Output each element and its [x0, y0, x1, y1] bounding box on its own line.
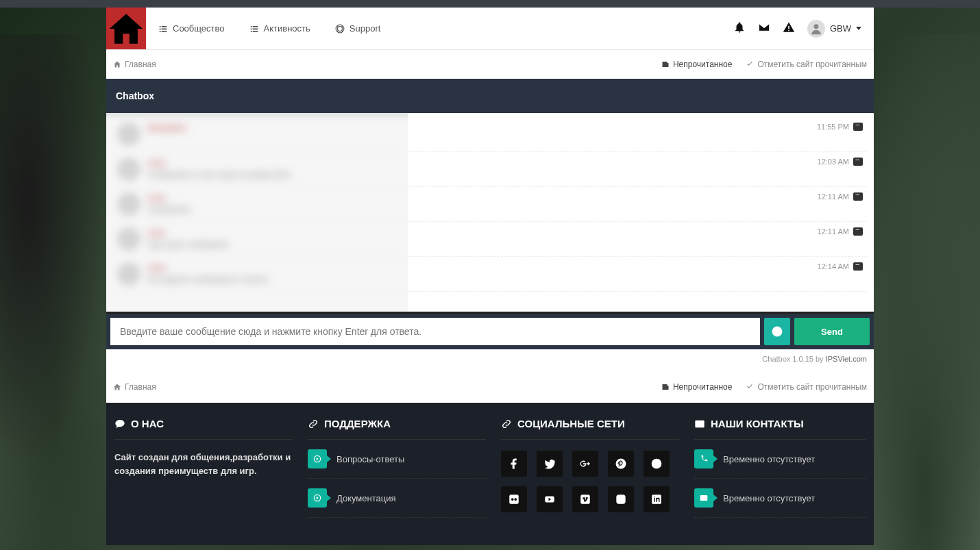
- home-button[interactable]: [106, 8, 146, 49]
- breadcrumb-home[interactable]: Главная: [113, 60, 156, 69]
- message-time: 11:55 PM: [817, 123, 863, 131]
- list-icon: [249, 24, 259, 34]
- message-author[interactable]: user: [147, 262, 811, 273]
- message-author[interactable]: user: [147, 192, 811, 203]
- message-time: 12:03 AM: [818, 158, 863, 166]
- chat-message: user последнее сообщение в списке 12:14 …: [113, 257, 867, 292]
- check-icon: [746, 60, 754, 68]
- about-text: Сайт создан для общения,разработки и соз…: [114, 440, 293, 477]
- contact-label: Временно отсутствует: [723, 493, 815, 503]
- breadcrumb-bottom: Главная Непрочитанное Отметить сайт проч…: [106, 373, 874, 401]
- message-author[interactable]: DimaHok: [147, 123, 810, 133]
- unread-link-bottom[interactable]: Непрочитанное: [661, 382, 733, 392]
- chatbox-credit: Chatbox 1.0.15 by IPSViet.com: [106, 349, 874, 373]
- instagram-icon: [615, 493, 627, 505]
- support-link[interactable]: Вопросы-ответы: [308, 440, 486, 479]
- message-options-button[interactable]: [853, 123, 863, 131]
- contact-icon: [694, 488, 713, 508]
- social-flickr[interactable]: [501, 486, 527, 512]
- social-pinterest[interactable]: [608, 451, 634, 477]
- nav-community[interactable]: Сообщество: [146, 8, 237, 49]
- message-options-button[interactable]: [853, 192, 863, 201]
- message-text: еще одно сообщение: [147, 240, 811, 249]
- avatar: [807, 20, 825, 38]
- social-linkedin[interactable]: [644, 486, 670, 512]
- chevron-right-icon: [308, 449, 327, 468]
- nav-support[interactable]: Support: [323, 8, 393, 49]
- nav-activity[interactable]: Активность: [237, 8, 323, 49]
- message-author[interactable]: user: [147, 227, 811, 238]
- pinterest-icon: [615, 458, 627, 470]
- svg-point-10: [514, 498, 517, 501]
- social-googleplus[interactable]: [572, 451, 598, 477]
- home-icon: [113, 60, 121, 68]
- nav-label: Support: [350, 23, 381, 34]
- message-text: сообщение в чате скрыто размытием: [147, 170, 811, 179]
- mark-read-link-bottom[interactable]: Отметить сайт прочитанным: [746, 382, 867, 392]
- footer-widgets: О НАС Сайт создан для общения,разработки…: [106, 403, 874, 545]
- svg-point-3: [779, 330, 780, 332]
- message-avatar: [117, 262, 140, 286]
- chat-message: user сообщение в чате скрыто размытием 1…: [113, 152, 867, 187]
- svg-rect-8: [509, 495, 519, 504]
- social-dribbble[interactable]: [644, 451, 670, 477]
- send-button[interactable]: Send: [794, 318, 870, 345]
- mark-read-link[interactable]: Отметить сайт прочитанным: [746, 60, 867, 69]
- user-name: GBW: [830, 23, 851, 34]
- footer-contacts: НАШИ КОНТАКТЫ Временно отсутствует Време…: [694, 418, 866, 518]
- envelope-icon: [694, 418, 705, 429]
- twitter-icon: [543, 458, 556, 470]
- footer-about: О НАС Сайт создан для общения,разработки…: [114, 418, 293, 518]
- footer-social: СОЦИАЛЬНЫЕ СЕТИ: [501, 418, 679, 518]
- dribbble-icon: [650, 458, 663, 470]
- unread-link[interactable]: Непрочитанное: [661, 60, 733, 69]
- credit-link[interactable]: IPSViet.com: [826, 355, 867, 363]
- message-author[interactable]: user: [147, 158, 811, 168]
- chat-messages[interactable]: DimaHok 11:55 PM user сообщение в чате с…: [106, 113, 874, 312]
- social-instagram[interactable]: [608, 486, 634, 512]
- chat-message: user сообщение 12:11 AM: [113, 187, 867, 222]
- link-label: Документация: [336, 493, 396, 503]
- svg-point-9: [511, 498, 514, 501]
- chevron-down-icon: [856, 27, 861, 30]
- link-icon: [501, 418, 512, 429]
- smile-icon: [771, 325, 783, 338]
- envelope-icon: [758, 21, 770, 34]
- vimeo-icon: [579, 493, 591, 505]
- svg-point-0: [814, 24, 819, 29]
- social-facebook[interactable]: [501, 451, 527, 477]
- newspaper-icon: [661, 383, 670, 391]
- notifications-button[interactable]: [733, 21, 746, 36]
- bell-icon: [733, 21, 746, 34]
- breadcrumb: Главная Непрочитанное Отметить сайт проч…: [106, 50, 874, 79]
- youtube-icon: [543, 493, 556, 505]
- message-options-button[interactable]: [853, 158, 863, 166]
- emoji-button[interactable]: [764, 318, 790, 345]
- list-icon: [158, 24, 168, 34]
- social-twitter[interactable]: [537, 451, 563, 477]
- message-options-button[interactable]: [853, 227, 863, 236]
- message-avatar: [117, 123, 140, 146]
- newspaper-icon: [661, 60, 670, 68]
- chatbox-header: Chatbox: [106, 79, 874, 113]
- link-label: Вопросы-ответы: [336, 454, 404, 464]
- support-link[interactable]: Документация: [308, 479, 486, 518]
- user-menu[interactable]: GBW: [807, 20, 861, 38]
- comment-icon: [114, 418, 125, 429]
- message-options-button[interactable]: [853, 262, 863, 271]
- contact-item[interactable]: Временно отсутствует: [694, 440, 866, 479]
- message-text: последнее сообщение в списке: [147, 275, 811, 284]
- contact-item[interactable]: Временно отсутствует: [694, 479, 866, 518]
- lifebuoy-icon: [335, 24, 345, 34]
- flickr-icon: [508, 493, 520, 505]
- reports-button[interactable]: [783, 21, 795, 36]
- message-avatar: [117, 227, 140, 251]
- chat-input[interactable]: [110, 318, 760, 345]
- svg-point-15: [623, 497, 624, 498]
- breadcrumb-home-bottom[interactable]: Главная: [113, 382, 156, 392]
- main-navigation: Сообщество Активность Support: [106, 8, 874, 50]
- messages-button[interactable]: [758, 21, 770, 36]
- social-youtube[interactable]: [537, 486, 563, 512]
- message-time: 12:14 AM: [818, 262, 863, 271]
- social-vimeo[interactable]: [572, 486, 598, 512]
